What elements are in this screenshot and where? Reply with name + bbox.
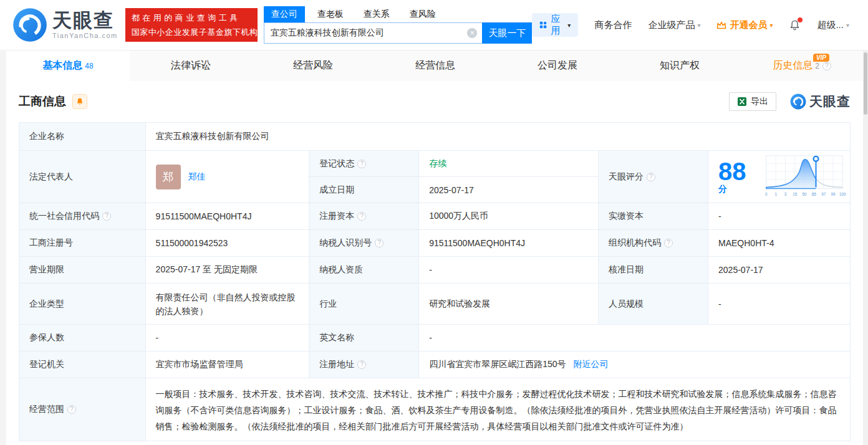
taxpayer-id-label-cell: 纳税人识别号 bbox=[309, 230, 419, 257]
svg-text:100: 100 bbox=[839, 192, 846, 196]
brand-title: 天眼查 bbox=[809, 93, 851, 110]
industry-value: 研究和试验发展 bbox=[419, 284, 599, 325]
company-type-label: 企业类型 bbox=[19, 284, 146, 325]
est-date-value: 2025-07-17 bbox=[419, 177, 599, 203]
company-name-value: 宜宾五粮液科技创新有限公司 bbox=[146, 123, 851, 151]
tab-company-development[interactable]: 公司发展 bbox=[496, 50, 619, 81]
reg-address-label-cell: 注册地址 bbox=[309, 352, 419, 378]
reg-address-value-cell: 四川省宜宾市翠屏区岷江西路150号 附近公司 bbox=[419, 352, 851, 378]
search-tab-company[interactable]: 查公司 bbox=[264, 6, 305, 22]
subscribe-bell-button[interactable] bbox=[72, 94, 87, 109]
brand-watermark: 天眼查 bbox=[790, 93, 851, 110]
score-cell: 88分 bbox=[708, 151, 851, 203]
org-code-label-cell: 组织机构代码 bbox=[599, 230, 708, 257]
tianyancha-logo[interactable]: 天眼查 TianYanCha.com bbox=[12, 7, 118, 42]
score-marker-pin bbox=[814, 156, 819, 161]
nav-open-vip[interactable]: 开通会员 ▾ bbox=[716, 19, 773, 31]
search-tab-boss[interactable]: 查老板 bbox=[310, 6, 351, 22]
reg-address-label: 注册地址 bbox=[319, 359, 354, 370]
approval-date-value: 2025-07-17 bbox=[708, 257, 851, 284]
chevron-down-icon: ▾ bbox=[846, 22, 849, 29]
tab-basic-info[interactable]: 基本信息 48 bbox=[6, 50, 130, 81]
insured-count-value: - bbox=[146, 325, 310, 352]
help-icon[interactable] bbox=[67, 405, 76, 414]
tianyancha-swirl-icon bbox=[12, 7, 47, 42]
tab-basic-label: 基本信息 bbox=[42, 59, 82, 72]
help-icon[interactable] bbox=[822, 62, 831, 70]
main-content: 工商信息 导出 天眼查 bbox=[6, 81, 863, 445]
legal-rep-label: 法定代表人 bbox=[19, 151, 146, 203]
search-button[interactable]: 天眼一下 bbox=[482, 22, 532, 44]
search-area: 查公司 查老板 查关系 查风险 天眼一下 bbox=[264, 6, 533, 44]
nav-enterprise-products[interactable]: 企业级产品 ▾ bbox=[648, 19, 700, 31]
svg-text:0: 0 bbox=[765, 192, 768, 196]
nav-enterprise-label: 企业级产品 bbox=[648, 19, 695, 31]
export-button[interactable]: 导出 bbox=[729, 92, 776, 111]
search-tab-risk[interactable]: 查风险 bbox=[402, 6, 443, 22]
score-distribution-chart: 0 1 3 15 50 85 97 99 100 bbox=[763, 153, 846, 201]
paid-capital-value: - bbox=[708, 203, 851, 230]
help-icon[interactable] bbox=[664, 239, 673, 247]
table-row: 经营范围 一般项目：技术服务、技术开发、技术咨询、技术交流、技术转让、技术推广；… bbox=[19, 378, 851, 441]
svg-text:1: 1 bbox=[774, 192, 777, 196]
nav-vip-label: 开通会员 bbox=[730, 19, 767, 31]
est-date-label: 成立日期 bbox=[309, 177, 419, 203]
tab-operating-risk[interactable]: 经营风险 bbox=[252, 50, 374, 81]
nav-super-label: 超级... bbox=[817, 19, 844, 31]
tab-basic-count: 48 bbox=[85, 62, 93, 70]
score-unit: 分 bbox=[718, 184, 727, 194]
apps-menu[interactable]: 应用 ▾ bbox=[532, 13, 578, 37]
reg-capital-label: 注册资本 bbox=[319, 211, 354, 222]
search-input[interactable] bbox=[264, 23, 483, 43]
tab-intellectual-property[interactable]: 知识产权 bbox=[619, 50, 741, 81]
chevron-down-icon: ▾ bbox=[697, 22, 700, 29]
business-term-label: 营业期限 bbox=[19, 257, 146, 284]
help-icon[interactable] bbox=[647, 173, 655, 181]
reg-number-value: 511500001942523 bbox=[146, 230, 310, 257]
help-icon[interactable] bbox=[357, 212, 366, 221]
table-row: 登记机关 宜宾市市场监督管理局 注册地址 四川省宜宾市翠屏区岷江西路150号 附… bbox=[19, 352, 851, 378]
reg-address-value: 四川省宜宾市翠屏区岷江西路150号 bbox=[429, 359, 566, 370]
tab-legal-proceedings[interactable]: 法律诉讼 bbox=[130, 50, 252, 81]
business-scope-value: 一般项目：技术服务、技术开发、技术咨询、技术交流、技术转让、技术推广；科技中介服… bbox=[146, 378, 851, 441]
score-label: 天眼评分 bbox=[609, 171, 644, 183]
help-icon[interactable] bbox=[357, 160, 366, 168]
help-icon[interactable] bbox=[102, 212, 111, 221]
staff-size-value: - bbox=[708, 284, 851, 325]
reg-number-label: 工商注册号 bbox=[19, 230, 146, 257]
taxpayer-id-value: 91511500MAEQH0HT4J bbox=[419, 230, 599, 257]
score-axis-labels: 0 1 3 15 50 85 97 99 100 bbox=[765, 192, 846, 196]
search-tab-relation[interactable]: 查关系 bbox=[356, 6, 397, 22]
company-tabbar: 基本信息 48 法律诉讼 经营风险 经营信息 公司发展 知识产权 VIP 历史信… bbox=[6, 50, 863, 81]
vip-badge: VIP bbox=[813, 54, 829, 62]
tab-operating-info[interactable]: 经营信息 bbox=[374, 50, 496, 81]
help-icon[interactable] bbox=[375, 239, 383, 247]
promo-banner: 都在用的商业查询工具 国家中小企业发展子基金旗下机构 bbox=[125, 8, 258, 42]
industry-label: 行业 bbox=[309, 284, 419, 325]
approval-date-label: 核准日期 bbox=[599, 257, 708, 284]
legal-rep-link[interactable]: 郑佳 bbox=[188, 171, 206, 183]
nav-business-cooperation[interactable]: 商务合作 bbox=[594, 19, 632, 31]
scrollbar-track[interactable] bbox=[863, 50, 868, 445]
english-name-value: - bbox=[419, 325, 851, 352]
nav-super-vip[interactable]: 超级... ▾ bbox=[817, 19, 849, 31]
crown-icon bbox=[716, 21, 726, 29]
apps-label: 应用 bbox=[551, 13, 566, 37]
tianyancha-swirl-icon bbox=[790, 93, 806, 110]
status-date-group: 登记状态 存续 成立日期 2025-07-17 bbox=[309, 151, 599, 203]
score-value: 88分 bbox=[718, 159, 754, 195]
scrollbar-thumb[interactable] bbox=[864, 52, 867, 115]
reg-status-value-cell: 存续 bbox=[419, 151, 599, 177]
tab-history-info[interactable]: VIP 历史信息 2 bbox=[741, 50, 863, 81]
nearby-companies-link[interactable]: 附近公司 bbox=[574, 359, 609, 370]
clear-icon[interactable] bbox=[467, 28, 477, 38]
table-row: 营业期限 2025-07-17 至 无固定期限 纳税人资质 - 核准日期 202… bbox=[19, 257, 851, 284]
help-icon[interactable] bbox=[357, 360, 366, 369]
org-code-value: MAEQH0HT-4 bbox=[708, 230, 851, 257]
apps-grid-icon bbox=[539, 20, 547, 30]
bell-icon bbox=[75, 97, 84, 106]
avatar[interactable]: 郑 bbox=[156, 165, 181, 189]
chevron-down-icon: ▾ bbox=[769, 22, 773, 29]
notifications-button[interactable] bbox=[789, 19, 801, 31]
chevron-down-icon: ▾ bbox=[567, 22, 571, 29]
